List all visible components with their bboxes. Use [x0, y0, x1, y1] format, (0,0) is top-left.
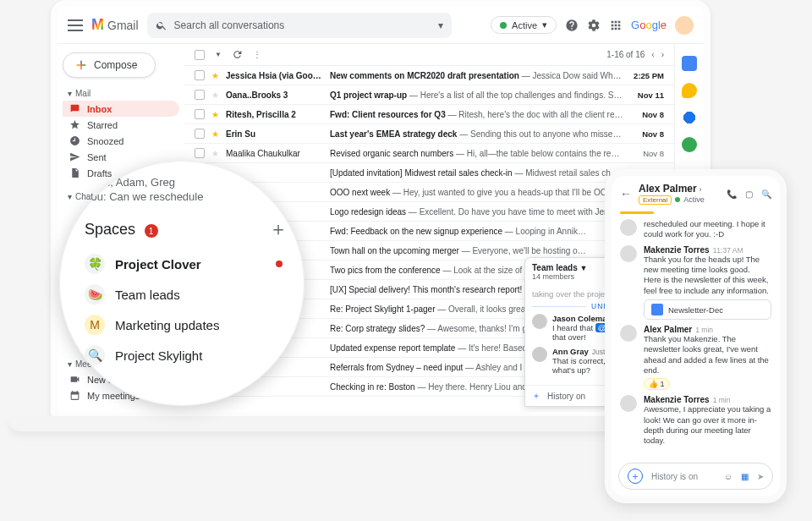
phone-video-icon[interactable]: ▢: [745, 189, 753, 199]
search-dropdown-icon[interactable]: ▾: [438, 19, 443, 31]
chevron-down-icon[interactable]: ▼: [215, 51, 222, 58]
msg-time: 1 min: [713, 396, 731, 404]
row-checkbox[interactable]: [195, 129, 205, 139]
email-line: [Updated invitation] Midwest retail sale…: [330, 168, 623, 178]
gmail-logo[interactable]: M Gmail: [91, 16, 139, 34]
clock-icon: [69, 135, 80, 146]
spaces-magnifier: …ien, Adam, Greg You: Can we reschedule …: [59, 161, 304, 406]
menu-icon[interactable]: [68, 19, 83, 31]
email-row[interactable]: ★Maalika ChaukulkarRevised organic searc…: [184, 144, 674, 163]
phone-message: Alex Palmer1 minThank you Makenzie. The …: [620, 325, 771, 390]
email-row[interactable]: ★Ritesh, Priscilla 2Fwd: Client resource…: [184, 105, 674, 124]
back-icon[interactable]: ←: [620, 187, 632, 200]
email-sender: Ritesh, Priscilla 2: [226, 110, 323, 119]
space-item[interactable]: 🔍Project Skylight: [85, 340, 288, 370]
star-icon[interactable]: ★: [211, 129, 219, 139]
space-label: Team leads: [115, 288, 180, 302]
phone-image-icon[interactable]: ▦: [741, 472, 749, 481]
mail-toolbar: ▼ ⋮ 1-16 of 16 ‹ ›: [184, 44, 674, 66]
tasks-addon-icon[interactable]: [682, 110, 697, 125]
phone-emoji-icon[interactable]: ☺: [724, 472, 732, 481]
keep-addon-icon[interactable]: [682, 83, 697, 98]
phone-mock: ← Alex Palmer › External Active 📞 ▢ 🔍 re…: [605, 169, 787, 503]
settings-icon[interactable]: [587, 19, 601, 32]
email-line: Logo redesign ideas — Excellent. Do have…: [330, 207, 623, 217]
row-checkbox[interactable]: [195, 90, 205, 100]
chat-fragment-2: You: Can we reschedule: [85, 190, 288, 203]
compose-button[interactable]: Compose: [63, 52, 156, 78]
space-item[interactable]: 🍉Team leads: [85, 279, 288, 310]
row-checkbox[interactable]: [195, 109, 205, 119]
row-checkbox[interactable]: [195, 148, 205, 158]
apps-icon[interactable]: [609, 19, 623, 32]
phone-compose-placeholder: History is on: [651, 472, 716, 481]
star-icon[interactable]: ★: [211, 110, 219, 119]
spaces-heading[interactable]: Spaces: [85, 221, 135, 238]
email-row[interactable]: ★[Updated invitation] Midwest retail sal…: [184, 163, 674, 183]
account-avatar[interactable]: [675, 16, 694, 35]
phone-call-icon[interactable]: 📞: [727, 189, 737, 199]
avatar: [532, 314, 547, 329]
phone-contact-name[interactable]: Alex Palmer: [639, 183, 697, 195]
video-icon: [69, 374, 80, 385]
google-wordmark[interactable]: Google: [631, 19, 667, 31]
prev-page-icon[interactable]: ‹: [651, 50, 654, 59]
help-icon[interactable]: [565, 19, 579, 32]
avatar: [532, 347, 547, 362]
email-time: Nov 8: [630, 110, 664, 119]
space-label: Project Skylight: [115, 348, 202, 363]
chevron-down-icon[interactable]: ▼: [580, 264, 588, 272]
phone-add-icon[interactable]: ＋: [628, 469, 643, 484]
search-icon: [156, 19, 167, 31]
avatar: [620, 325, 637, 342]
unread-dot-icon: [276, 260, 283, 267]
header-right: Active ▾ Google: [491, 16, 694, 35]
space-item[interactable]: MMarketing updates: [85, 310, 288, 340]
msg-text: Thank you Makenzie. The newsletter looks…: [644, 334, 771, 376]
reaction-chip[interactable]: 👍 1: [644, 378, 670, 390]
space-label: Project Clover: [115, 257, 201, 271]
email-row[interactable]: ★Jessica Hsia (via Google.New comments o…: [184, 66, 674, 85]
star-icon[interactable]: ★: [211, 71, 219, 80]
email-sender: Maalika Chaukulkar: [226, 149, 323, 158]
status-pill[interactable]: Active ▾: [491, 16, 557, 34]
spaces-add-icon[interactable]: ＋: [269, 217, 288, 242]
chevron-down-icon: ▾: [542, 19, 547, 30]
space-label: Marketing updates: [115, 318, 219, 332]
space-item[interactable]: 🍀Project Clover: [85, 249, 288, 279]
email-sender: Erin Su: [226, 129, 323, 139]
sidebar-item-snoozed[interactable]: Snoozed: [63, 133, 179, 149]
search-box[interactable]: Search all conversations ▾: [147, 13, 452, 38]
refresh-icon[interactable]: [232, 49, 243, 60]
chevron-down-icon: ▾: [68, 359, 72, 369]
chevron-down-icon: ▾: [68, 192, 72, 201]
email-sender: Oana..Brooks 3: [226, 90, 323, 100]
star-icon[interactable]: ★: [211, 149, 219, 158]
select-all-checkbox[interactable]: [195, 50, 205, 60]
next-page-icon[interactable]: ›: [661, 50, 664, 59]
phone-thread[interactable]: rescheduled our meeting. I hope it could…: [612, 219, 780, 447]
phone-message: Makenzie Torres11:37 AMThank you for the…: [620, 245, 771, 320]
row-checkbox[interactable]: [195, 70, 205, 80]
mail-section-toggle[interactable]: ▾ Mail: [63, 86, 179, 101]
more-icon[interactable]: ⋮: [253, 50, 261, 59]
calendar-addon-icon[interactable]: [682, 56, 697, 71]
chat-title[interactable]: Team leads: [532, 263, 578, 272]
email-row[interactable]: ★Oana..Brooks 3Q1 project wrap-up — Here…: [184, 85, 674, 105]
chat-add-icon[interactable]: ＋: [532, 390, 540, 402]
email-time: 2:25 PM: [630, 71, 664, 80]
space-avatar-icon: 🔍: [85, 345, 105, 365]
star-icon[interactable]: ★: [211, 90, 219, 100]
contacts-addon-icon[interactable]: [682, 137, 697, 152]
status-label: Active: [512, 20, 537, 30]
chat-members: 14 members: [532, 272, 587, 281]
phone-send-icon[interactable]: ➤: [757, 472, 764, 481]
msg-text: Awesome, I appreciate you taking a look!…: [644, 404, 771, 446]
sidebar-item-inbox[interactable]: Inbox: [63, 101, 179, 117]
sidebar-item-starred[interactable]: Starred: [63, 117, 179, 133]
phone-compose-bar[interactable]: ＋ History is on ☺ ▦ ➤: [618, 463, 773, 490]
chevron-down-icon: ▾: [68, 89, 72, 98]
phone-search-icon[interactable]: 🔍: [761, 189, 771, 199]
email-row[interactable]: ★Erin SuLast year's EMEA strategy deck —…: [184, 124, 674, 144]
file-attachment[interactable]: Newsletter-Dec: [644, 299, 771, 320]
